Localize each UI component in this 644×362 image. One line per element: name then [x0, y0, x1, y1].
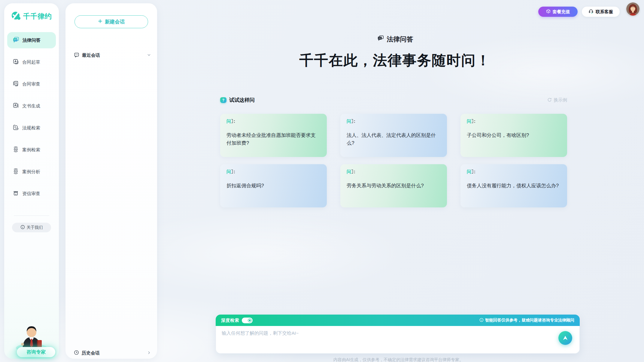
ai-disclaimer: 内容由AI生成，仅供参考，不确定的法律需求建议咨询平台律师专家。 [157, 357, 640, 362]
suggestion-cards: 问: 劳动者未经企业批准自愿加班能否要求支付加班费? 问: 法人、法人代表、法定… [220, 114, 567, 207]
primary-sidebar: 千千律约 法律问答 [4, 3, 59, 359]
sidebar-item-label: 案例分析 [22, 169, 40, 175]
sidebar-item-label: 资信审查 [22, 191, 40, 197]
suggestion-card[interactable]: 问: 折扣返佣合规吗? [220, 164, 327, 207]
deep-search-label: 深度检索 [221, 318, 239, 323]
user-avatar[interactable] [626, 2, 639, 16]
sidebar-item-label: 法规检索 [22, 125, 40, 131]
brand-logo: 千千律约 [11, 11, 52, 22]
sidebar-item-label: 合同审查 [22, 81, 40, 87]
question-prefix-icon: 问: [467, 119, 561, 125]
sidebar-item-label: 合同起草 [22, 59, 40, 65]
history-sessions-label: 历史会话 [82, 350, 100, 356]
chevron-right-icon [147, 351, 151, 356]
recharge-button[interactable]: 套餐充值 [538, 7, 578, 17]
assistant-bot-icon: ? [220, 97, 226, 103]
new-session-label: 新建会话 [105, 19, 125, 25]
sidebar-item-law-search[interactable]: 法规检索 [7, 120, 56, 136]
question-prefix-icon: 问: [226, 169, 320, 175]
brand-logo-icon [11, 11, 21, 22]
consult-expert-label: 咨询专家 [26, 349, 46, 355]
main-headline: 千千在此，法律事务随时问！ [210, 51, 580, 70]
composer-input-area [216, 326, 580, 354]
info-circle-icon [479, 318, 484, 323]
sidebar-item-case-analysis[interactable]: 案例分析 [7, 164, 56, 180]
credit-review-icon [13, 190, 19, 197]
composer-toolbar: 深度检索 智能回答仅供参考，疑难问题请咨询专业法律顾问 [216, 315, 580, 326]
contract-draft-icon [13, 59, 19, 66]
lawyer-photo [14, 318, 50, 351]
question-prefix-icon: 问: [467, 169, 561, 175]
deep-search-toggle[interactable] [242, 318, 253, 323]
composer-notice: 智能回答仅供参考，疑难问题请咨询专业法律顾问 [479, 318, 574, 323]
contact-support-button[interactable]: 联系客服 [582, 7, 620, 17]
session-panel: 新建会话 最近会话 历史会话 [65, 3, 157, 359]
sidebar-item-contract-review[interactable]: 合同审查 [7, 76, 56, 92]
plus-icon [98, 19, 102, 25]
contract-review-icon [13, 80, 19, 88]
sidebar-item-doc-generate[interactable]: 文书生成 [7, 98, 56, 114]
suggestion-text: 子公司和分公司，有啥区别? [467, 131, 561, 139]
info-icon [20, 225, 25, 230]
suggestion-text: 折扣返佣合规吗? [226, 182, 320, 189]
law-search-icon [13, 124, 19, 131]
sidebar-item-case-search[interactable]: 案例检索 [7, 142, 56, 158]
sidebar-nav: 法律问答 合同起草 合同审查 [7, 32, 56, 207]
sidebar-item-credit-review[interactable]: 资信审查 [7, 186, 56, 202]
doc-generate-icon [13, 102, 19, 110]
suggestion-text: 劳务关系与劳动关系的区别是什么? [347, 182, 441, 189]
case-search-icon [13, 146, 19, 153]
recharge-label: 套餐充值 [553, 9, 570, 15]
question-prefix-icon: 问: [347, 169, 441, 175]
sidebar-item-label: 文书生成 [22, 103, 40, 109]
sidebar-divider [14, 216, 49, 216]
contact-support-label: 联系客服 [596, 9, 613, 15]
about-us-button[interactable]: 关于我们 [12, 223, 51, 232]
sidebar-item-legal-qa[interactable]: 法律问答 [7, 32, 56, 48]
new-session-button[interactable]: 新建会话 [74, 15, 148, 28]
suggestion-text: 债务人没有履行能力，债权人应该怎么办? [467, 182, 561, 189]
chat-qa-icon [13, 37, 19, 44]
composer: 深度检索 智能回答仅供参考，疑难问题请咨询专业法律顾问 [216, 315, 580, 354]
suggestion-card[interactable]: 问: 法人、法人代表、法定代表人的区别是什么? [340, 114, 447, 157]
page-title-chat-icon [377, 35, 384, 44]
question-input[interactable] [216, 326, 549, 353]
page-title: 法律问答 [210, 35, 580, 44]
suggestion-text: 法人、法人代表、法定代表人的区别是什么? [347, 131, 441, 147]
suggestion-card[interactable]: 问: 债务人没有履行能力，债权人应该怎么办? [460, 164, 567, 207]
question-prefix-icon: 问: [347, 119, 441, 125]
package-cube-icon [546, 9, 551, 14]
change-examples-button[interactable]: 换示例 [547, 97, 567, 103]
suggestion-card[interactable]: 问: 子公司和分公司，有啥区别? [460, 114, 567, 157]
case-analysis-icon [13, 168, 19, 175]
sidebar-item-label: 案例检索 [22, 147, 40, 153]
sidebar-item-label: 法律问答 [23, 38, 41, 43]
clock-icon [74, 350, 79, 356]
about-us-label: 关于我们 [27, 225, 43, 230]
recent-sessions-label: 最近会话 [82, 53, 100, 58]
chat-bubble-icon [74, 52, 79, 59]
send-button[interactable] [558, 331, 572, 345]
brand-name: 千千律约 [23, 12, 52, 21]
recent-sessions-toggle[interactable]: 最近会话 [74, 51, 151, 59]
history-sessions-button[interactable]: 历史会话 [74, 349, 151, 357]
suggestion-card[interactable]: 问: 劳动者未经企业批准自愿加班能否要求支付加班费? [220, 114, 327, 157]
suggestion-text: 劳动者未经企业批准自愿加班能否要求支付加班费? [226, 131, 320, 147]
chevron-down-icon [147, 53, 151, 58]
suggestion-card[interactable]: 问: 劳务关系与劳动关系的区别是什么? [340, 164, 447, 207]
sidebar-item-contract-draft[interactable]: 合同起草 [7, 54, 56, 70]
consult-expert-button[interactable]: 咨询专家 [17, 347, 55, 357]
headset-icon [588, 9, 594, 15]
suggestions-title: 试试这样问 [229, 97, 255, 104]
suggestions-section: ? 试试这样问 换示例 问: 劳动者未经企业批准自愿加班能否要求支付加班费? 问… [220, 97, 567, 207]
question-prefix-icon: 问: [226, 119, 320, 125]
refresh-icon [547, 98, 552, 103]
